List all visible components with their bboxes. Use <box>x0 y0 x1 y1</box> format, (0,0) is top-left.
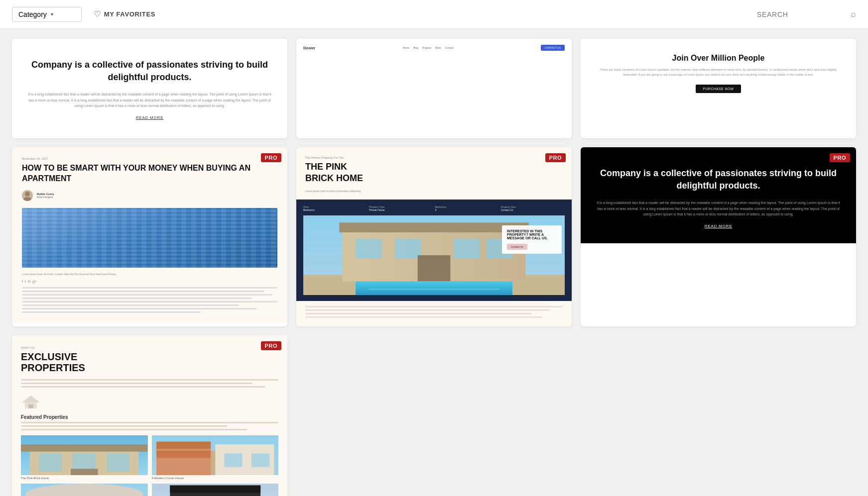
svg-rect-15 <box>28 404 33 408</box>
card4-title: HOW TO BE SMART WITH YOUR MONEY WHEN BUY… <box>22 163 277 184</box>
card6-content: Company is a collective of passionates s… <box>581 147 856 243</box>
card5-contact-box: INTERESTED IN THIS PROPERTY? WRITE A MES… <box>502 225 562 254</box>
card7-eyebrow: Apart Us <box>21 346 278 349</box>
filter-val: Bedrooms <box>303 208 367 211</box>
filter-bedrooms: Bedrooms 3 <box>435 205 499 211</box>
search-container: ⌕ <box>757 9 856 19</box>
nav-item-work: Work <box>435 46 441 49</box>
card6-title: Company is a collective of passionates s… <box>596 167 841 192</box>
pro-badge: PRO <box>261 153 282 162</box>
card7-content: Apart Us EXCLUSIVEPROPERTIES Featured Pr… <box>12 335 287 496</box>
pro-badge: PRO <box>261 341 282 350</box>
card4-building-image <box>22 208 277 268</box>
svg-rect-6 <box>356 239 382 258</box>
card2-content: Dealer Home Blog Projects Work Contact C… <box>296 39 572 89</box>
card5-content: The Perfect Property For You THE PINKBRI… <box>296 147 572 326</box>
property-item-1[interactable]: The Pink Brick Home <box>21 435 148 480</box>
text-line <box>22 287 277 289</box>
search-input[interactable] <box>757 10 847 18</box>
card-join-over[interactable]: Join Over Million People There are many … <box>581 39 856 138</box>
text-line <box>22 291 264 292</box>
card7-description-lines <box>21 379 278 388</box>
svg-rect-10 <box>418 255 451 282</box>
card3-body: There are many variations of Lorem Ipsum… <box>593 68 844 77</box>
svg-rect-8 <box>454 239 480 258</box>
card2-nav-items: Home Blog Projects Work Contact <box>403 46 454 49</box>
svg-rect-19 <box>39 453 61 471</box>
card7-house-icon <box>21 395 41 409</box>
svg-rect-5 <box>339 222 529 232</box>
filter-price: Price Bedrooms <box>303 205 367 211</box>
property-item-4[interactable]: The Black Box Home <box>152 484 279 496</box>
card-pink-brick[interactable]: PRO The Perfect Property For You THE PIN… <box>296 147 572 326</box>
card5-filters: Price Bedrooms Property Type Private Hou… <box>303 205 565 211</box>
card3-title: Join Over Million People <box>593 54 844 63</box>
category-dropdown[interactable]: Category ▾ <box>12 7 82 22</box>
property-item-2[interactable]: A Modern Corner House <box>152 435 279 480</box>
card4-social-icons: f t in g+ <box>22 280 277 283</box>
property-item-3[interactable]: The White Curved House <box>21 484 148 496</box>
svg-marker-13 <box>22 396 40 402</box>
text-line <box>22 294 272 296</box>
svg-rect-30 <box>251 453 269 467</box>
filter-val: Private House <box>369 208 433 211</box>
text-line <box>22 308 257 309</box>
card-blog-post[interactable]: PRO November 16, 2017 HOW TO BE SMART WI… <box>12 147 287 326</box>
card4-date: November 16, 2017 <box>22 157 277 160</box>
filter-size: Property Size Contact Us <box>501 205 565 211</box>
heart-icon: ♡ <box>94 9 101 19</box>
card7-featured-desc-lines <box>21 422 278 430</box>
svg-rect-26 <box>156 442 211 449</box>
card-company-black[interactable]: PRO Company is a collective of passionat… <box>581 147 856 326</box>
property-image-2 <box>152 435 279 475</box>
card3-content: Join Over Million People There are many … <box>581 39 856 108</box>
twitter-icon: t <box>25 280 26 283</box>
facebook-icon: f <box>22 280 23 283</box>
card2-logo: Dealer <box>303 46 315 50</box>
chevron-down-icon: ▾ <box>51 11 75 17</box>
template-grid: Company is a collective of passionates s… <box>0 29 868 496</box>
card4-author-name: Robin Curry <box>37 193 54 196</box>
svg-rect-18 <box>21 444 148 452</box>
card4-content: November 16, 2017 HOW TO BE SMART WITH Y… <box>12 147 287 323</box>
card4-author-role: Artist Designer <box>37 196 54 198</box>
card7-title: EXCLUSIVEPROPERTIES <box>21 351 278 373</box>
google-plus-icon: g+ <box>32 280 36 283</box>
card-company-white[interactable]: Company is a collective of passionates s… <box>12 39 287 138</box>
card4-text-lines <box>22 287 277 313</box>
linkedin-icon: in <box>28 280 30 283</box>
favorites-label: MY FAVORITES <box>104 10 155 18</box>
card1-read-more: READ MORE <box>27 115 272 120</box>
text-line <box>22 304 239 306</box>
card5-body: Lorem ipsum dolor sit amet consectetur a… <box>305 190 563 193</box>
card5-bottom-text <box>305 301 563 325</box>
filter-val: Contact Us <box>501 208 565 211</box>
card5-property-image: INTERESTED IN THIS PROPERTY? WRITE A MES… <box>303 215 565 295</box>
property-label-2: A Modern Corner House <box>152 477 279 480</box>
card1-content: Company is a collective of passionates s… <box>12 39 287 138</box>
card4-footnote-col1: Lorem ipsum Dolor Sit Amet, Conetur Adip… <box>22 273 116 276</box>
search-icon[interactable]: ⌕ <box>851 9 856 19</box>
card2-cta-btn: CONTACT US <box>541 45 565 51</box>
card-exclusive-properties[interactable]: PRO Apart Us EXCLUSIVEPROPERTIES <box>12 335 287 496</box>
svg-rect-22 <box>71 469 98 475</box>
card4-author-row: Robin Curry Artist Designer <box>22 190 277 201</box>
filter-val: 3 <box>435 208 499 211</box>
card5-subtitle: The Perfect Property For You <box>305 156 563 159</box>
card7-featured-label: Featured Properties <box>21 414 278 420</box>
property-image-1 <box>21 435 148 475</box>
card3-cta-btn: PURCHASE NOW <box>696 85 741 93</box>
nav-item-blog: Blog <box>413 46 418 49</box>
filter-type: Property Type Private House <box>369 205 433 211</box>
card5-title: THE PINKBRICK HOME <box>305 161 563 185</box>
card1-title: Company is a collective of passionates s… <box>27 59 272 84</box>
svg-rect-39 <box>170 486 260 493</box>
card1-body: It is a long established fact that a rea… <box>27 92 272 108</box>
card4-building-texture <box>22 208 277 268</box>
nav-item-home: Home <box>403 46 409 49</box>
card-dealer-nav[interactable]: Dealer Home Blog Projects Work Contact C… <box>296 39 572 138</box>
card5-contact-title: INTERESTED IN THIS PROPERTY? WRITE A MES… <box>507 229 557 240</box>
nav-item-contact: Contact <box>445 46 454 49</box>
favorites-button[interactable]: ♡ MY FAVORITES <box>94 9 155 19</box>
topbar: Category ▾ ♡ MY FAVORITES ⌕ <box>0 0 868 29</box>
